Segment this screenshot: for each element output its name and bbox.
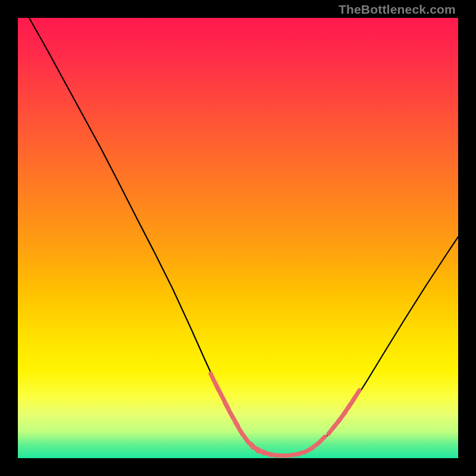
chart-outer-frame: TheBottleneck.com: [0, 0, 476, 476]
chart-svg: [18, 18, 458, 458]
marker-tick: [318, 437, 325, 444]
marker-band: [211, 374, 359, 456]
marker-tick: [352, 390, 359, 402]
chart-plot-area: [18, 18, 458, 458]
watermark-text: TheBottleneck.com: [339, 2, 456, 17]
primary-curve: [29, 18, 458, 456]
